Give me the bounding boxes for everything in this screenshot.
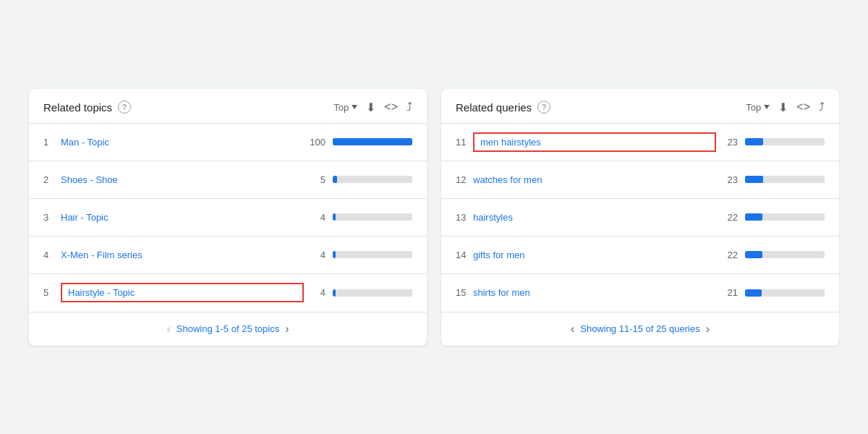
table-row: 13 hairstyles 22 [441, 199, 839, 237]
row-index: 4 [43, 250, 61, 260]
bar-fill [745, 176, 763, 183]
row-label[interactable]: Man - Topic [61, 137, 304, 148]
row-value: 23 [716, 174, 738, 185]
help-icon-left[interactable]: ? [118, 101, 131, 114]
row-index: 12 [456, 174, 473, 185]
bar-fill [333, 251, 336, 258]
bar-container [333, 289, 412, 297]
bar-container [745, 213, 825, 221]
bar-container [333, 138, 412, 145]
row-label[interactable]: Hair - Topic [61, 212, 304, 223]
row-value: 4 [304, 212, 326, 223]
download-icon-right[interactable]: ⬇ [778, 101, 788, 114]
bar-fill [333, 138, 412, 145]
row-index: 15 [456, 287, 473, 298]
left-card-title: Related topics ? [43, 101, 333, 114]
left-card-controls: Top ⬇ <> ⤴ [333, 101, 412, 114]
next-page-left[interactable]: › [285, 323, 289, 336]
download-icon-left[interactable]: ⬇ [366, 101, 375, 114]
bar-fill [745, 251, 762, 258]
bar-fill [745, 289, 762, 297]
bar-container [745, 138, 825, 145]
share-icon-left[interactable]: ⤴ [407, 101, 412, 114]
row-value: 5 [304, 174, 326, 185]
prev-page-left[interactable]: ‹ [166, 323, 170, 336]
row-value: 23 [716, 137, 738, 148]
row-value: 100 [304, 137, 326, 148]
bar-fill [745, 138, 763, 145]
right-card-controls: Top ⬇ <> ⤴ [746, 101, 825, 114]
row-index: 3 [43, 212, 61, 223]
page-wrapper: Related topics ? Top ⬇ <> ⤴ 1 Man - Topi… [14, 60, 854, 375]
related-topics-card: Related topics ? Top ⬇ <> ⤴ 1 Man - Topi… [29, 89, 427, 346]
embed-icon-left[interactable]: <> [384, 101, 398, 114]
chevron-down-icon-right [764, 105, 770, 109]
left-pagination-text: Showing 1-5 of 25 topics [176, 323, 279, 334]
left-card-header: Related topics ? Top ⬇ <> ⤴ [29, 89, 427, 124]
bar-container [745, 289, 825, 297]
left-filter-dropdown[interactable]: Top [333, 102, 357, 113]
row-label[interactable]: gifts for men [473, 250, 716, 260]
embed-icon-right[interactable]: <> [796, 101, 810, 114]
right-filter-dropdown[interactable]: Top [746, 102, 770, 113]
left-rows-container: 1 Man - Topic 100 2 Shoes - Shoe 5 3 Hai… [29, 124, 427, 312]
row-value: 22 [716, 212, 738, 223]
row-label[interactable]: shirts for men [473, 287, 716, 298]
row-value: 22 [716, 250, 738, 260]
row-index: 14 [456, 250, 473, 260]
row-index: 13 [456, 212, 473, 223]
bar-fill [745, 213, 762, 221]
bar-container [745, 176, 825, 183]
table-row: 5 Hairstyle - Topic 4 [29, 274, 427, 312]
prev-page-right[interactable]: ‹ [571, 323, 574, 336]
next-page-right[interactable]: › [706, 323, 710, 336]
table-row: 11 men hairstyles 23 [441, 124, 839, 161]
row-index: 5 [43, 287, 61, 298]
bar-fill [333, 213, 336, 221]
help-icon-right[interactable]: ? [537, 101, 550, 114]
table-row: 1 Man - Topic 100 [29, 124, 427, 161]
row-value: 21 [716, 287, 738, 298]
related-queries-label: Related queries [456, 101, 532, 114]
bar-container [333, 213, 412, 221]
row-label[interactable]: hairstyles [473, 212, 716, 223]
bar-fill [333, 289, 336, 297]
left-filter-label: Top [333, 102, 349, 113]
row-label[interactable]: Shoes - Shoe [61, 174, 304, 185]
table-row: 2 Shoes - Shoe 5 [29, 161, 427, 199]
row-index: 1 [43, 137, 61, 148]
row-value: 4 [304, 287, 326, 298]
right-pagination-text: Showing 11-15 of 25 queries [580, 323, 700, 334]
row-index: 2 [43, 174, 61, 185]
row-label-highlighted[interactable]: Hairstyle - Topic [61, 283, 304, 302]
row-label-highlighted[interactable]: men hairstyles [473, 132, 716, 152]
bar-container [333, 176, 412, 183]
row-value: 4 [304, 250, 326, 260]
chevron-down-icon-left [352, 105, 357, 109]
table-row: 3 Hair - Topic 4 [29, 199, 427, 237]
related-topics-label: Related topics [43, 101, 112, 114]
row-label[interactable]: X-Men - Film series [61, 250, 304, 260]
bar-fill [333, 176, 337, 183]
table-row: 4 X-Men - Film series 4 [29, 237, 427, 274]
row-label[interactable]: watches for men [473, 174, 716, 185]
right-filter-label: Top [746, 102, 761, 113]
bar-container [745, 251, 825, 258]
table-row: 15 shirts for men 21 [441, 274, 839, 312]
table-row: 12 watches for men 23 [441, 161, 839, 199]
row-index: 11 [456, 137, 473, 148]
right-pagination: ‹ Showing 11-15 of 25 queries › [441, 312, 839, 346]
left-pagination: ‹ Showing 1-5 of 25 topics › [29, 312, 427, 346]
right-card-header: Related queries ? Top ⬇ <> ⤴ [441, 89, 839, 124]
related-queries-card: Related queries ? Top ⬇ <> ⤴ 11 men hair… [441, 89, 839, 346]
right-rows-container: 11 men hairstyles 23 12 watches for men … [441, 124, 839, 312]
share-icon-right[interactable]: ⤴ [819, 101, 825, 114]
bar-container [333, 251, 412, 258]
table-row: 14 gifts for men 22 [441, 237, 839, 274]
right-card-title: Related queries ? [456, 101, 746, 114]
